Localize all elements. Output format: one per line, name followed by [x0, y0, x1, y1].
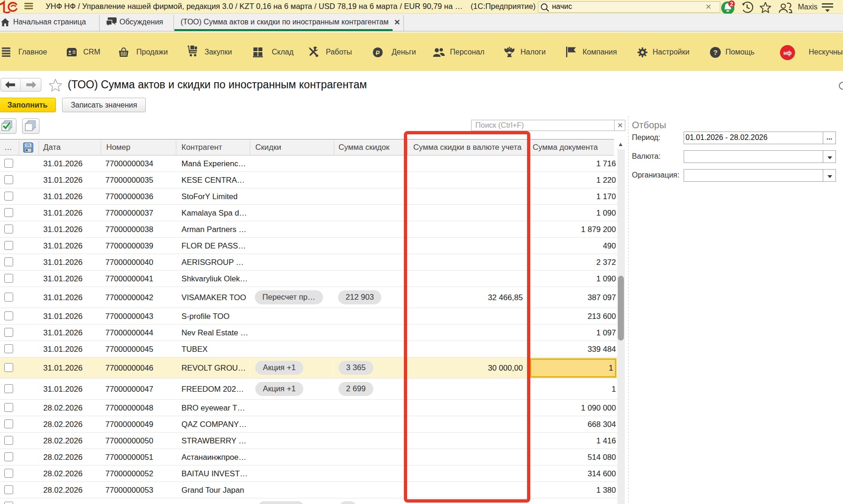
svg-text:нф: нф: [783, 50, 792, 56]
svg-text:2: 2: [730, 1, 733, 8]
svg-text:?: ?: [713, 48, 717, 56]
svg-text:P: P: [376, 49, 380, 56]
